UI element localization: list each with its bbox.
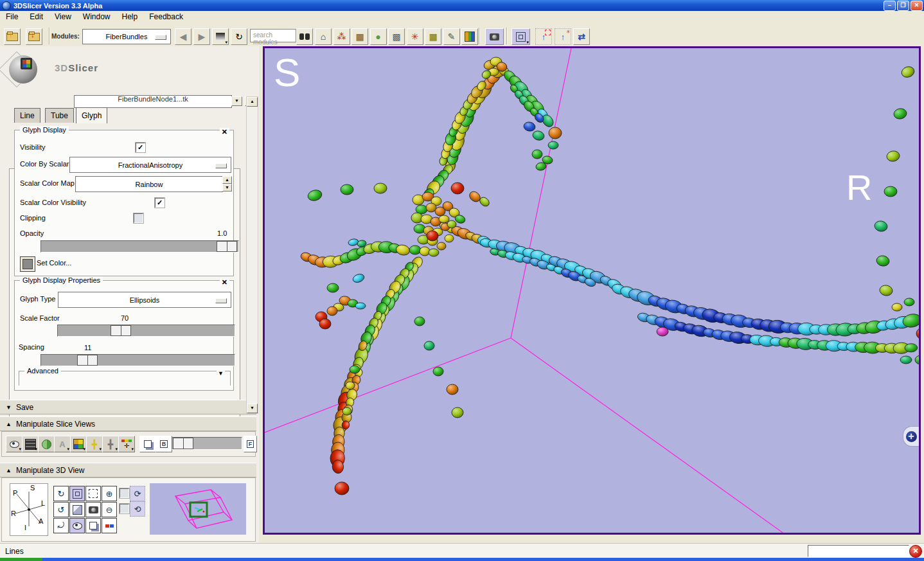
slice-visibility-button[interactable]: ▾ bbox=[6, 436, 22, 452]
rock-view-toggle[interactable]: ⟲ bbox=[130, 501, 145, 517]
glyph-display-close-icon[interactable]: ✕ bbox=[220, 128, 229, 136]
background-volume-button[interactable] bbox=[38, 436, 55, 452]
slice-opacity-button[interactable]: ▾ bbox=[22, 436, 39, 452]
label-b-button[interactable]: B bbox=[155, 436, 172, 452]
menu-view[interactable]: View bbox=[49, 11, 77, 22]
color-by-scalar-dropdown[interactable]: FractionalAnisotropy bbox=[69, 157, 231, 173]
screenshot-button[interactable] bbox=[485, 28, 504, 45]
menu-edit[interactable]: Edit bbox=[24, 11, 49, 22]
stereo-button[interactable] bbox=[102, 518, 117, 533]
measure-button[interactable]: ✎ bbox=[443, 28, 460, 45]
add-fiducial-button[interactable]: ↑ bbox=[535, 28, 552, 45]
opacity-slider[interactable] bbox=[40, 240, 239, 253]
scroll-up-icon[interactable]: ▲ bbox=[247, 97, 258, 107]
panel-scrollbar[interactable]: ▲ ▼ bbox=[246, 96, 258, 414]
menu-feedback[interactable]: Feedback bbox=[143, 11, 189, 22]
slice-views-toolbar: ▾ ▾ A▾ ▾ ╋▾ ╋▾ ✛▾ B F bbox=[1, 431, 256, 457]
close-button[interactable]: ✕ bbox=[911, 1, 923, 11]
module-back-button[interactable]: ◀ bbox=[175, 28, 191, 45]
scale-factor-slider[interactable] bbox=[57, 325, 235, 337]
label-opacity-button[interactable]: ▾ bbox=[70, 436, 87, 452]
node-selector-arrow-icon[interactable]: ▼ bbox=[231, 96, 242, 106]
spacing-slider[interactable] bbox=[40, 354, 235, 366]
minimize-button[interactable]: – bbox=[884, 1, 896, 11]
visibility-checkbox[interactable]: ✓ bbox=[136, 143, 145, 152]
save-section-header[interactable]: ▼ Save bbox=[0, 400, 256, 414]
orientation-axes-widget[interactable]: S P L R A I bbox=[10, 483, 48, 536]
module-refresh-button[interactable]: ↻ bbox=[231, 28, 247, 45]
zoom-in-button[interactable]: ⊕ bbox=[102, 486, 117, 501]
colors-button[interactable] bbox=[461, 28, 478, 45]
rotate-view-button[interactable]: ↻ bbox=[53, 486, 69, 501]
annotation-button[interactable]: A▾ bbox=[54, 436, 71, 452]
slice-offset-slider[interactable] bbox=[172, 437, 242, 450]
slice-views-section-header[interactable]: ▲ Manipulate Slice Views bbox=[0, 416, 256, 431]
volumes-button[interactable]: ▦ bbox=[351, 28, 368, 45]
grid-toggle-button[interactable]: ╋▾ bbox=[102, 436, 119, 452]
module-forward-button[interactable]: ▶ bbox=[193, 28, 210, 45]
layout-button[interactable]: ▾ bbox=[511, 28, 530, 45]
modules-dropdown[interactable]: FiberBundles bbox=[82, 29, 171, 44]
menu-help[interactable]: Help bbox=[116, 11, 144, 22]
tab-tube[interactable]: Tube bbox=[45, 108, 74, 123]
tab-glyph[interactable]: Glyph bbox=[76, 107, 107, 123]
view3d-section-header[interactable]: ▲ Manipulate 3D View bbox=[0, 463, 256, 477]
fiber-bundle-node-selector[interactable]: FiberBundleNode1...tk bbox=[74, 95, 232, 108]
stack-button[interactable] bbox=[85, 518, 101, 533]
rock-checkbox[interactable] bbox=[120, 504, 129, 513]
zoom-out-button[interactable]: ⊖ bbox=[102, 502, 117, 517]
scalar-color-map-list[interactable]: Rainbow bbox=[75, 176, 223, 192]
spin-view-toggle[interactable]: ⟳ bbox=[130, 486, 145, 501]
module-panel: 3DSlicer FiberBundleNode1...tk ▼ ▲ LineT… bbox=[0, 46, 259, 543]
set-color-swatch-button[interactable] bbox=[20, 256, 35, 272]
scalar-color-visibility-checkbox[interactable]: ✓ bbox=[155, 198, 164, 208]
sync-button[interactable]: ⇄ bbox=[573, 28, 590, 45]
visibility-menu-button[interactable] bbox=[69, 518, 85, 533]
load-scene-button[interactable]: ↑ bbox=[4, 28, 21, 45]
opacity-slider-handle[interactable] bbox=[217, 241, 237, 252]
tab-line[interactable]: Line bbox=[14, 108, 40, 123]
title-bar[interactable]: 3DSlicer Version 3.3 Alpha – ❐ ✕ bbox=[0, 0, 924, 11]
menu-file[interactable]: File bbox=[0, 11, 24, 22]
scale-factor-slider-handle[interactable] bbox=[111, 325, 131, 336]
rotate-view-button-icon: ↻ bbox=[58, 489, 65, 499]
module-history-button[interactable]: ▾ bbox=[212, 28, 229, 45]
cube-view-button[interactable] bbox=[69, 502, 85, 517]
scroll-down-icon[interactable]: ▼ bbox=[247, 404, 258, 413]
fit-slices-button[interactable]: F bbox=[244, 436, 257, 452]
slice-move-button[interactable]: ✛▾ bbox=[118, 436, 135, 452]
crosshair-button[interactable]: ╋▾ bbox=[86, 436, 103, 452]
search-modules-button[interactable] bbox=[296, 28, 313, 45]
scalar-color-map-spinner[interactable]: ▲▼ bbox=[222, 176, 232, 191]
models-button[interactable]: ● bbox=[370, 28, 387, 45]
navigation-preview[interactable] bbox=[150, 483, 246, 535]
slices-button[interactable]: ▩ bbox=[388, 28, 405, 45]
viewport-3d[interactable]: SR ✛ bbox=[263, 46, 921, 535]
select-fiducial-button[interactable]: ↑✳ bbox=[555, 28, 571, 45]
advanced-expand-icon[interactable]: ▼ bbox=[217, 370, 225, 377]
save-scene-button[interactable]: ↓ bbox=[26, 28, 42, 45]
link-slices-button[interactable] bbox=[139, 436, 156, 452]
clipping-checkbox[interactable] bbox=[134, 213, 143, 223]
module-tree-button[interactable]: ⁂ bbox=[333, 28, 350, 45]
select-box-button[interactable] bbox=[85, 486, 101, 501]
editor-button[interactable]: ▦ bbox=[425, 28, 441, 45]
menu-window[interactable]: Window bbox=[77, 11, 116, 22]
spacing-slider-handle[interactable] bbox=[77, 355, 98, 366]
set-color-label[interactable]: Set Color... bbox=[37, 259, 71, 267]
screenshot-button[interactable] bbox=[85, 502, 101, 517]
slice-offset-handle[interactable] bbox=[173, 438, 193, 449]
glyph-type-dropdown[interactable]: Ellipsoids bbox=[58, 292, 231, 308]
home-button[interactable]: ⌂ bbox=[315, 28, 332, 45]
fiducials-button[interactable]: ✳ bbox=[407, 28, 423, 45]
spin-view-button[interactable]: ↺ bbox=[53, 502, 69, 517]
tilt-view-button[interactable]: ⤾ bbox=[53, 518, 69, 533]
advanced-label[interactable]: Advanced bbox=[24, 367, 61, 375]
spin-checkbox[interactable] bbox=[120, 488, 129, 498]
error-close-button[interactable]: ✕ bbox=[909, 545, 922, 558]
restore-button[interactable]: ❐ bbox=[897, 1, 909, 11]
viewport-pin-button[interactable]: ✛ bbox=[903, 426, 919, 447]
center-view-button[interactable] bbox=[69, 486, 85, 501]
search-modules-input[interactable]: search modules bbox=[250, 29, 296, 42]
glyph-properties-close-icon[interactable]: ✕ bbox=[220, 278, 229, 287]
